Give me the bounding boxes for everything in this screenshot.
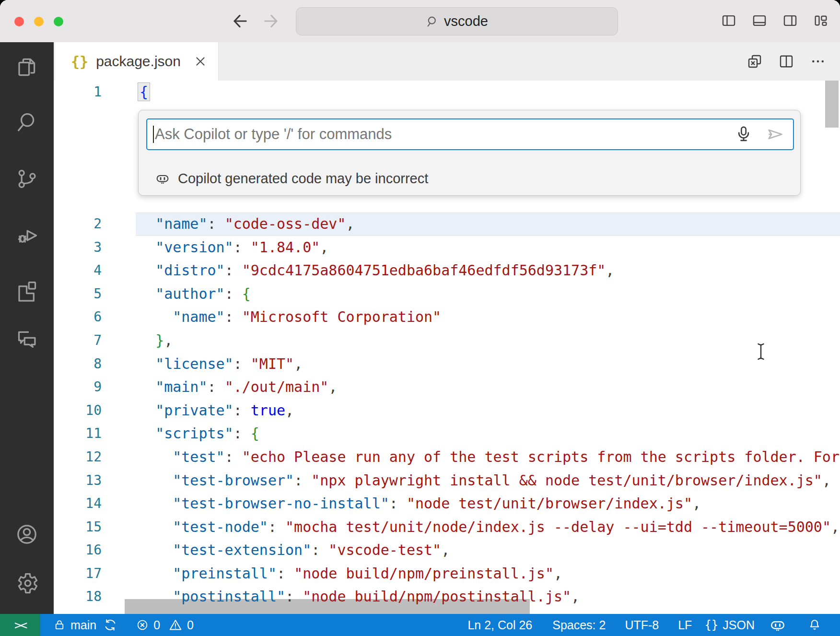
line-number: 12 — [54, 446, 115, 469]
editor-tab-bar: {} package.json — [54, 42, 840, 81]
error-count: 0 — [153, 618, 160, 632]
editor[interactable]: 1{ Ask Copilot or type '/' for commands — [54, 81, 840, 614]
encoding-item[interactable]: UTF-8 — [625, 618, 659, 632]
code-line-17[interactable]: 17 "preinstall": "node build/npm/preinst… — [54, 562, 840, 586]
toggle-secondary-sidebar-icon[interactable] — [782, 12, 799, 29]
line-number: 4 — [54, 259, 115, 283]
search-sidebar-icon[interactable] — [14, 110, 39, 135]
minimize-window-button[interactable] — [34, 17, 44, 26]
titlebar: vscode — [0, 0, 840, 43]
text-caret — [153, 126, 154, 143]
json-file-icon: {} — [71, 53, 88, 70]
copilot-status-item[interactable] — [769, 616, 786, 634]
warning-icon — [168, 618, 183, 632]
copilot-inline-chat-panel: Ask Copilot or type '/' for commands — [138, 110, 801, 196]
command-center-search[interactable]: vscode — [296, 7, 618, 35]
branch-status-item[interactable]: main — [53, 618, 117, 632]
microphone-icon[interactable] — [734, 124, 754, 144]
warning-count: 0 — [187, 618, 194, 632]
code-line-14[interactable]: 14 "test-browser-no-install": "node test… — [54, 492, 840, 516]
tab-package-json[interactable]: {} package.json — [55, 42, 219, 81]
indentation-item[interactable]: Spaces: 2 — [552, 618, 606, 632]
code-line-4[interactable]: 4 "distro": "9cdc4175a8604751edba6baf46e… — [54, 259, 840, 283]
branch-name: main — [70, 618, 96, 632]
settings-gear-icon[interactable] — [14, 571, 39, 596]
search-icon — [426, 15, 439, 28]
open-changes-icon[interactable] — [746, 53, 763, 70]
cursor-position-item[interactable]: Ln 2, Col 26 — [467, 618, 532, 632]
close-tab-icon[interactable] — [193, 54, 208, 69]
split-editor-icon[interactable] — [778, 53, 795, 70]
code-line-19[interactable]: 19 "compile": "node --max-old-space-size… — [54, 609, 840, 614]
code-line-7[interactable]: 7 }, — [54, 329, 840, 353]
run-and-debug-icon[interactable] — [14, 222, 39, 247]
line-number: 18 — [54, 585, 115, 609]
send-icon[interactable] — [764, 124, 785, 144]
line-number: 16 — [54, 539, 115, 562]
json-braces-icon: {} — [704, 618, 718, 632]
line-number: 15 — [54, 516, 115, 539]
line-number: 17 — [54, 562, 115, 586]
copilot-disclaimer: Copilot generated code may be incorrect — [155, 171, 428, 187]
copilot-disclaimer-text: Copilot generated code may be incorrect — [178, 171, 428, 187]
line-number: 8 — [54, 353, 115, 376]
vscode-window: vscode — [0, 0, 840, 636]
line-number: 6 — [54, 306, 115, 329]
search-query: vscode — [444, 13, 488, 29]
toggle-primary-sidebar-icon[interactable] — [720, 12, 737, 29]
explorer-icon[interactable] — [14, 55, 39, 80]
copilot-input-placeholder: Ask Copilot or type '/' for commands — [155, 126, 734, 143]
line-number: 14 — [54, 492, 115, 516]
bell-icon — [807, 618, 822, 632]
code-line-12[interactable]: 12 "test": "echo Please run any of the t… — [54, 446, 840, 469]
line-number: 1 — [54, 81, 115, 104]
chat-icon[interactable] — [14, 327, 39, 352]
code-line-13[interactable]: 13 "test-browser": "npx playwright insta… — [54, 469, 840, 493]
code-line-2[interactable]: 2 "name": "code-oss-dev", — [54, 212, 840, 236]
close-window-button[interactable] — [14, 17, 24, 26]
sync-icon — [103, 618, 117, 632]
lock-icon — [53, 618, 66, 632]
eol-item[interactable]: LF — [678, 618, 692, 632]
remote-indicator[interactable]: >< — [0, 614, 40, 636]
copilot-inline-chat-zone: Ask Copilot or type '/' for commands — [54, 104, 840, 212]
code-line-1[interactable]: 1{ — [54, 81, 840, 104]
copilot-icon — [155, 171, 170, 186]
activity-bar — [0, 42, 54, 614]
line-number: 19 — [54, 609, 115, 614]
problems-status-item[interactable]: 0 0 — [136, 618, 194, 632]
mouse-ibeam-cursor — [754, 342, 768, 362]
zoom-window-button[interactable] — [54, 17, 63, 26]
navigate-forward-button[interactable] — [263, 13, 280, 29]
line-number: 9 — [54, 376, 115, 399]
more-actions-icon[interactable] — [809, 53, 827, 70]
code-line-18[interactable]: 18 "postinstall": "node build/npm/postin… — [54, 585, 840, 609]
language-mode-item[interactable]: {} JSON — [704, 618, 755, 632]
code-line-3[interactable]: 3 "version": "1.84.0", — [54, 236, 840, 259]
code-line-11[interactable]: 11 "scripts": { — [54, 422, 840, 446]
code-line-15[interactable]: 15 "test-node": "mocha test/unit/node/in… — [54, 516, 840, 539]
copilot-input[interactable]: Ask Copilot or type '/' for commands — [146, 118, 794, 150]
line-number: 13 — [54, 469, 115, 493]
code-line-8[interactable]: 8 "license": "MIT", — [54, 353, 840, 376]
code-line-16[interactable]: 16 "test-extension": "vscode-test", — [54, 539, 840, 562]
status-bar: >< main 0 0 — [0, 614, 840, 636]
vertical-scrollbar-thumb[interactable] — [825, 81, 839, 128]
line-number: 7 — [54, 329, 115, 353]
toggle-panel-icon[interactable] — [751, 12, 768, 29]
notifications-bell-item[interactable] — [807, 618, 822, 632]
code-line-5[interactable]: 5 "author": { — [54, 283, 840, 306]
code-line-6[interactable]: 6 "name": "Microsoft Corporation" — [54, 306, 840, 329]
code-line-10[interactable]: 10 "private": true, — [54, 399, 840, 423]
accounts-icon[interactable] — [14, 522, 39, 547]
line-number: 2 — [54, 212, 115, 236]
navigate-back-button[interactable] — [231, 13, 248, 29]
source-control-icon[interactable] — [14, 166, 39, 191]
extensions-icon[interactable] — [14, 279, 39, 304]
code-line-9[interactable]: 9 "main": "./out/main", — [54, 376, 840, 399]
line-number: 5 — [54, 283, 115, 306]
error-icon — [136, 618, 149, 632]
line-number: 3 — [54, 236, 115, 259]
customize-layout-icon[interactable] — [812, 12, 829, 29]
tab-label: package.json — [96, 53, 181, 70]
